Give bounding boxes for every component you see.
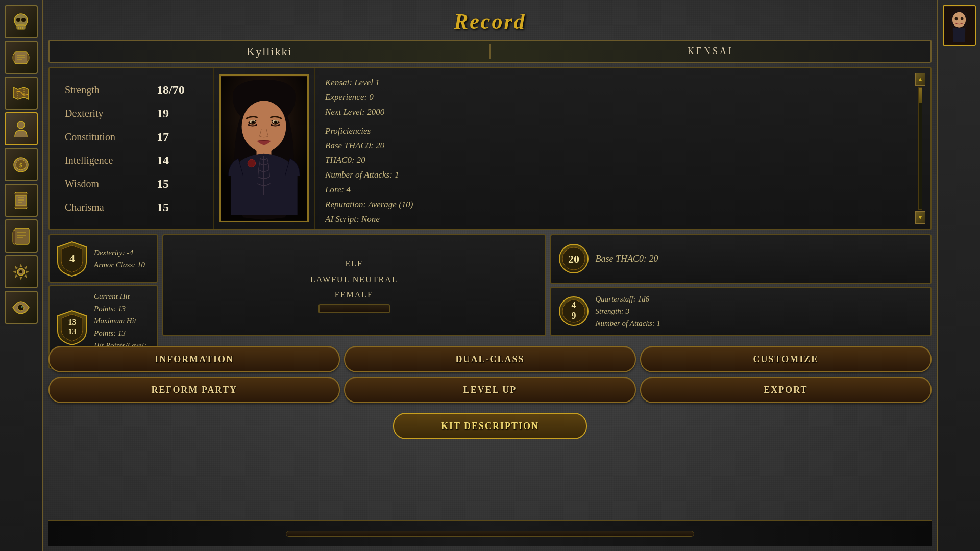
base-thac0-label: Base THAC0: 20 — [596, 252, 925, 266]
info-base-thac0: Base THAC0: 20 — [325, 139, 908, 154]
race-text: ELF — [346, 257, 363, 270]
charisma-value: 15 — [157, 201, 198, 214]
stat-row-charisma: Charisma 15 — [65, 198, 198, 216]
scroll-track[interactable] — [918, 87, 922, 210]
customize-button[interactable]: CUSTOMIZE — [640, 346, 932, 372]
intelligence-value: 14 — [157, 154, 198, 167]
svg-rect-32 — [953, 28, 965, 42]
character-name: Kyllikki — [50, 45, 489, 58]
sidebar-item-scroll3[interactable] — [5, 219, 38, 253]
thac0-number: 20 — [568, 253, 579, 266]
hp-current: Current Hit Points: 13 — [94, 290, 151, 315]
dice-top-num: 4 — [572, 300, 576, 311]
information-button[interactable]: INFORMATION — [48, 346, 340, 372]
info-class-level: Kensai: Level 1 — [325, 76, 908, 90]
portrait-frame — [219, 74, 309, 222]
sidebar-item-scroll1[interactable] — [5, 41, 38, 74]
right-buttons: CUSTOMIZE EXPORT — [640, 346, 932, 403]
info-reputation: Reputation: Average (10) — [325, 197, 908, 212]
constitution-value: 17 — [157, 130, 198, 144]
ac-shield-number: 4 — [69, 252, 75, 265]
constitution-label: Constitution — [65, 131, 136, 143]
sidebar-item-eye[interactable] — [5, 291, 38, 324]
bottom-stats: 4 Dexterity: -4 Armor Class: 10 — [48, 234, 932, 336]
character-class: KENSAI — [491, 46, 930, 57]
sidebar-item-map[interactable] — [5, 77, 38, 110]
portrait-thumb-image — [944, 5, 975, 46]
svg-marker-11 — [13, 87, 29, 99]
svg-text:$: $ — [19, 162, 22, 169]
dexterity-label: Dexterity — [65, 108, 136, 119]
coin-icon: $ — [11, 155, 31, 175]
map-icon — [11, 83, 31, 104]
gear-icon — [11, 262, 31, 282]
export-button[interactable]: EXPORT — [640, 377, 932, 403]
center-buttons: DUAL-CLASS LEVEL UP — [344, 346, 635, 403]
ac-armor-class: Armor Class: 10 — [94, 259, 151, 271]
race-alignment-box: ELF LAWFUL NEUTRAL FEMALE — [162, 234, 546, 336]
bottom-bar — [48, 520, 932, 546]
center-bar — [318, 304, 390, 313]
svg-point-34 — [960, 17, 963, 21]
eye-icon — [11, 297, 31, 318]
left-buttons: INFORMATION REFORM PARTY — [48, 346, 340, 403]
record-panel: Strength 18/70 Dexterity 19 Constitution… — [48, 67, 932, 520]
svg-point-50 — [275, 121, 277, 123]
svg-point-31 — [952, 12, 965, 28]
portrait-panel — [213, 68, 315, 229]
thac0-text-block: Base THAC0: 20 — [596, 252, 925, 266]
wisdom-label: Wisdom — [65, 178, 136, 190]
ac-text-block: Dexterity: -4 Armor Class: 10 — [94, 246, 151, 271]
svg-point-33 — [954, 17, 958, 21]
sidebar-item-scroll2[interactable] — [5, 184, 38, 217]
info-proficiencies: Proficiencies — [325, 124, 908, 139]
info-next-level: Next Level: 2000 — [325, 105, 908, 120]
bottom-scroll — [286, 531, 694, 537]
scroll-up-arrow[interactable]: ▲ — [915, 73, 925, 86]
kit-description-button[interactable]: KIT DESCRIPTION — [393, 413, 587, 439]
stat-row-strength: Strength 18/70 — [65, 81, 198, 99]
name-bar: Kyllikki KENSAI — [48, 40, 932, 63]
wisdom-value: 15 — [157, 177, 198, 191]
alignment-text: LAWFUL NEUTRAL — [310, 273, 398, 286]
dexterity-value: 19 — [157, 107, 198, 120]
strength-label: Strength — [65, 84, 136, 96]
sidebar-item-coin[interactable]: $ — [5, 148, 38, 181]
scroll1-icon — [11, 47, 31, 68]
weapon-text-block: Quarterstaff: 1d6 Strength: 3 Number of … — [596, 293, 925, 330]
svg-point-49 — [252, 121, 254, 123]
strength-value: 18/70 — [157, 83, 198, 97]
buttons-section: INFORMATION REFORM PARTY DUAL-CLASS LEVE… — [48, 340, 932, 407]
ac-shield-icon: 4 — [56, 239, 89, 278]
character-portrait-thumb[interactable] — [943, 5, 976, 46]
dice-bot-num: 9 — [572, 311, 576, 321]
stats-panel: Strength 18/70 Dexterity 19 Constitution… — [50, 68, 213, 229]
svg-point-28 — [21, 306, 23, 308]
info-lore: Lore: 4 — [325, 183, 908, 197]
page-title: Record — [48, 9, 932, 34]
stat-row-dexterity: Dexterity 19 — [65, 105, 198, 122]
intelligence-label: Intelligence — [65, 155, 136, 166]
dual-class-button[interactable]: DUAL-CLASS — [344, 346, 635, 372]
weapon-name: Quarterstaff: 1d6 — [596, 293, 925, 305]
sidebar-item-skull[interactable] — [5, 5, 38, 38]
kit-btn-container: KIT DESCRIPTION — [48, 411, 932, 441]
info-scrollbar: ▲ ▼ — [915, 73, 925, 224]
person-icon — [11, 119, 31, 139]
stat-row-constitution: Constitution 17 — [65, 128, 198, 146]
svg-point-12 — [17, 121, 24, 129]
level-up-button[interactable]: LEVEL UP — [344, 377, 635, 403]
scroll-down-arrow[interactable]: ▼ — [915, 211, 925, 224]
thac0-box: 20 Base THAC0: 20 — [550, 234, 932, 284]
weapon-strength: Strength: 3 — [596, 305, 925, 317]
main-content: Record Kyllikki KENSAI Strength 18/70 De… — [43, 0, 937, 551]
portrait-image — [221, 76, 307, 221]
scroll3-icon — [11, 226, 31, 246]
reform-party-button[interactable]: REFORM PARTY — [48, 377, 340, 403]
ac-box: 4 Dexterity: -4 Armor Class: 10 — [48, 234, 158, 283]
info-ai-script: AI Script: None — [325, 212, 908, 227]
sidebar-item-person[interactable] — [5, 112, 38, 145]
sidebar-item-gear[interactable] — [5, 255, 38, 288]
svg-rect-18 — [15, 206, 27, 209]
dice-icon: 4 9 — [557, 295, 591, 328]
